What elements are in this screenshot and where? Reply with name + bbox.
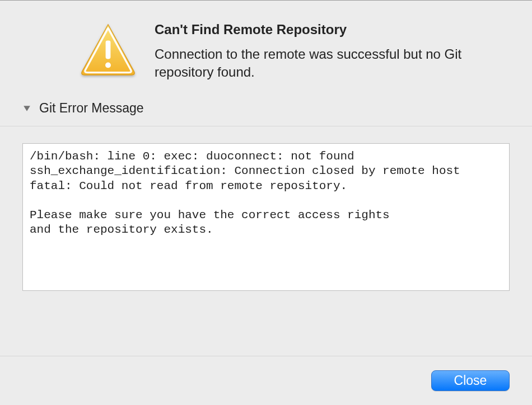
error-message-box[interactable]: /bin/bash: line 0: exec: duoconnect: not… bbox=[22, 143, 510, 291]
close-button[interactable]: Close bbox=[431, 370, 510, 391]
svg-point-1 bbox=[105, 62, 111, 68]
svg-rect-0 bbox=[106, 40, 111, 59]
dialog-title: Can't Find Remote Repository bbox=[155, 22, 515, 37]
warning-icon bbox=[77, 20, 139, 81]
error-container: /bin/bash: line 0: exec: duoconnect: not… bbox=[0, 126, 532, 308]
dialog-message: Connection to the remote was successful … bbox=[155, 45, 515, 81]
dialog-header-text: Can't Find Remote Repository Connection … bbox=[155, 20, 515, 81]
dialog-header: Can't Find Remote Repository Connection … bbox=[0, 0, 532, 101]
dialog-footer: Close bbox=[0, 356, 532, 405]
disclosure-toggle[interactable]: Git Error Message bbox=[0, 101, 532, 120]
disclosure-label: Git Error Message bbox=[39, 101, 144, 116]
disclosure-triangle-icon bbox=[22, 104, 31, 113]
window-top-border bbox=[0, 0, 532, 1]
error-text: /bin/bash: line 0: exec: duoconnect: not… bbox=[30, 149, 502, 238]
